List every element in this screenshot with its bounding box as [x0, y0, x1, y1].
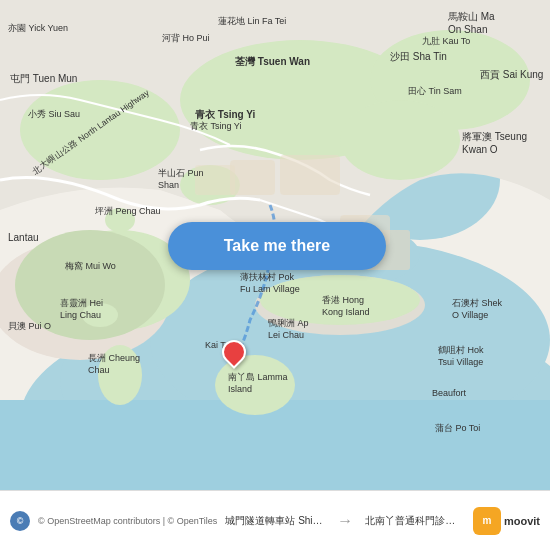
- take-me-there-button[interactable]: Take me there: [168, 222, 386, 270]
- moovit-text: moovit: [504, 515, 540, 527]
- map-container: 馬鞍山 MaOn Shan 沙田 Sha Tin 西貢 Sai Kung 屯門 …: [0, 0, 550, 490]
- svg-point-20: [340, 100, 460, 180]
- svg-rect-22: [280, 155, 340, 195]
- osm-attribution: © OpenStreetMap contributors | © OpenTil…: [38, 516, 217, 526]
- destination-marker: [222, 340, 246, 372]
- marker-pin: [217, 335, 251, 369]
- bottom-bar: © © OpenStreetMap contributors | © OpenT…: [0, 490, 550, 550]
- route-to-label: 北南丫普通科門診診所 No...: [365, 514, 465, 528]
- moovit-logo: m moovit: [473, 507, 540, 535]
- svg-point-16: [82, 303, 118, 327]
- svg-rect-24: [230, 160, 275, 195]
- arrow-icon: →: [333, 512, 357, 530]
- svg-point-11: [260, 275, 420, 325]
- svg-rect-25: [195, 165, 235, 195]
- svg-point-13: [98, 345, 142, 405]
- svg-rect-4: [0, 400, 550, 490]
- route-from-label: 城門隧道轉車站 Shin...: [225, 514, 325, 528]
- svg-point-15: [105, 208, 135, 232]
- moovit-icon: m: [473, 507, 501, 535]
- osm-logo: ©: [10, 511, 30, 531]
